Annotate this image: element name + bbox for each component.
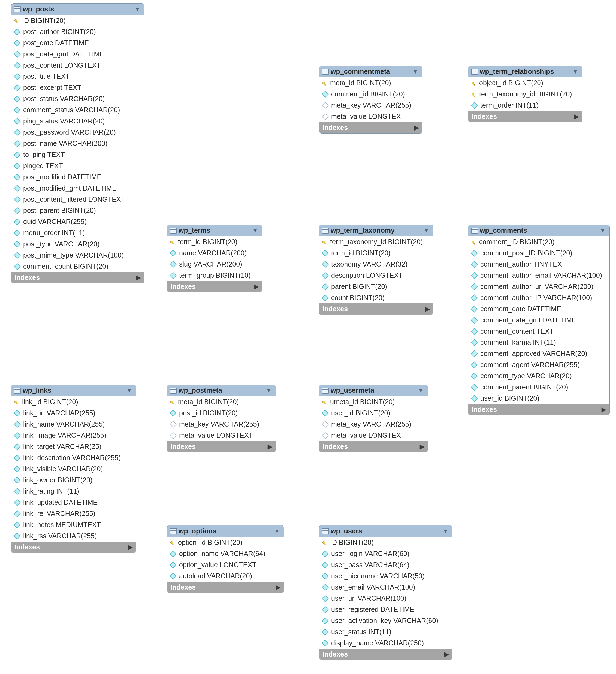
table-header[interactable]: wp_options▼ bbox=[167, 526, 284, 537]
table-column-row: count BIGINT(20) bbox=[319, 292, 433, 303]
db-table-wp_postmeta[interactable]: wp_postmeta▼meta_id BIGINT(20)post_id BI… bbox=[167, 384, 276, 452]
column-label: object_id BIGINT(20) bbox=[479, 79, 543, 87]
expand-icon[interactable]: ▶ bbox=[602, 406, 606, 413]
collapse-icon[interactable]: ▼ bbox=[133, 6, 141, 13]
table-column-row: link_rss VARCHAR(255) bbox=[11, 530, 136, 542]
table-header[interactable]: wp_comments▼ bbox=[468, 225, 609, 236]
table-header[interactable]: wp_links▼ bbox=[11, 385, 136, 396]
column-label: post_content_filtered LONGTEXT bbox=[23, 196, 125, 203]
table-header[interactable]: wp_term_taxonomy▼ bbox=[319, 225, 433, 236]
column-label: option_id BIGINT(20) bbox=[178, 539, 242, 546]
expand-icon[interactable]: ▶ bbox=[276, 584, 281, 591]
indexes-section[interactable]: Indexes▶ bbox=[167, 582, 284, 593]
column-label: autoload VARCHAR(20) bbox=[179, 572, 252, 580]
indexes-section[interactable]: Indexes▶ bbox=[319, 303, 433, 315]
indexes-section[interactable]: Indexes▶ bbox=[167, 281, 262, 292]
db-table-wp_terms[interactable]: wp_terms▼term_id BIGINT(20)name VARCHAR(… bbox=[167, 225, 262, 293]
expand-icon[interactable]: ▶ bbox=[425, 306, 430, 313]
collapse-icon[interactable]: ▼ bbox=[265, 387, 273, 394]
indexes-section[interactable]: Indexes▶ bbox=[11, 272, 144, 283]
db-table-wp_posts[interactable]: wp_posts▼ID BIGINT(20)post_author BIGINT… bbox=[11, 3, 144, 284]
expand-icon[interactable]: ▶ bbox=[136, 274, 141, 281]
table-column-row: link_notes MEDIUMTEXT bbox=[11, 519, 136, 530]
collapse-icon[interactable]: ▼ bbox=[417, 387, 425, 394]
column-label: comment_status VARCHAR(20) bbox=[23, 106, 120, 114]
column-label: term_order INT(11) bbox=[480, 101, 539, 109]
table-column-row: meta_key VARCHAR(255) bbox=[167, 419, 276, 430]
table-header[interactable]: wp_postmeta▼ bbox=[167, 385, 276, 396]
column-label: post_content LONGTEXT bbox=[23, 61, 101, 69]
db-table-wp_term_relationships[interactable]: wp_term_relationships▼object_id BIGINT(2… bbox=[468, 66, 583, 122]
table-column-row: comment_type VARCHAR(20) bbox=[468, 370, 609, 381]
expand-icon[interactable]: ▶ bbox=[128, 544, 133, 551]
table-header[interactable]: wp_usermeta▼ bbox=[319, 385, 428, 396]
column-icon bbox=[14, 129, 20, 136]
table-title: wp_comments bbox=[478, 226, 599, 234]
table-header[interactable]: wp_users▼ bbox=[319, 526, 452, 537]
column-label: post_password VARCHAR(20) bbox=[23, 128, 116, 136]
column-icon bbox=[14, 84, 20, 91]
db-table-wp_options[interactable]: wp_options▼option_id BIGINT(20)option_na… bbox=[167, 525, 284, 593]
table-header[interactable]: wp_terms▼ bbox=[167, 225, 262, 236]
indexes-section[interactable]: Indexes▶ bbox=[11, 542, 136, 553]
column-label: guid VARCHAR(255) bbox=[23, 218, 87, 226]
table-column-row: meta_value LONGTEXT bbox=[319, 430, 428, 441]
table-column-row: link_rating INT(11) bbox=[11, 486, 136, 497]
table-columns: comment_ID BIGINT(20)comment_post_ID BIG… bbox=[468, 236, 609, 404]
table-column-row: user_email VARCHAR(100) bbox=[319, 582, 452, 593]
column-icon bbox=[471, 395, 478, 402]
table-column-row: comment_status VARCHAR(20) bbox=[11, 104, 144, 116]
column-label: meta_key VARCHAR(255) bbox=[331, 101, 411, 109]
collapse-icon[interactable]: ▼ bbox=[441, 528, 449, 535]
db-table-wp_comments[interactable]: wp_comments▼comment_ID BIGINT(20)comment… bbox=[468, 225, 610, 415]
db-table-wp_users[interactable]: wp_users▼ID BIGINT(20)user_login VARCHAR… bbox=[319, 525, 452, 660]
table-column-row: comment_author_email VARCHAR(100) bbox=[468, 270, 609, 281]
table-column-row: umeta_id BIGINT(20) bbox=[319, 396, 428, 408]
expand-icon[interactable]: ▶ bbox=[268, 443, 272, 450]
column-label: pinged TEXT bbox=[23, 162, 63, 170]
column-label: display_name VARCHAR(250) bbox=[331, 639, 424, 647]
db-table-wp_commentmeta[interactable]: wp_commentmeta▼meta_id BIGINT(20)comment… bbox=[319, 66, 422, 133]
indexes-section[interactable]: Indexes▶ bbox=[319, 649, 452, 660]
expand-icon[interactable]: ▶ bbox=[254, 283, 259, 290]
indexes-section[interactable]: Indexes▶ bbox=[468, 404, 609, 415]
collapse-icon[interactable]: ▼ bbox=[571, 68, 580, 75]
db-table-wp_usermeta[interactable]: wp_usermeta▼umeta_id BIGINT(20)user_id B… bbox=[319, 384, 428, 452]
expand-icon[interactable]: ▶ bbox=[574, 113, 579, 120]
indexes-section[interactable]: Indexes▶ bbox=[167, 441, 276, 452]
collapse-icon[interactable]: ▼ bbox=[273, 528, 281, 535]
table-icon bbox=[322, 228, 329, 234]
table-column-row: link_rel VARCHAR(255) bbox=[11, 508, 136, 519]
table-header[interactable]: wp_posts▼ bbox=[11, 4, 144, 15]
table-title: wp_options bbox=[177, 527, 273, 535]
table-column-row: comment_id BIGINT(20) bbox=[319, 89, 422, 100]
table-header[interactable]: wp_commentmeta▼ bbox=[319, 66, 422, 78]
collapse-icon[interactable]: ▼ bbox=[251, 227, 259, 234]
indexes-section[interactable]: Indexes▶ bbox=[319, 122, 422, 133]
indexes-label: Indexes bbox=[322, 305, 348, 313]
column-label: option_value LONGTEXT bbox=[179, 561, 256, 569]
collapse-icon[interactable]: ▼ bbox=[411, 68, 419, 75]
column-label: post_modified DATETIME bbox=[23, 173, 101, 181]
column-icon bbox=[14, 140, 20, 147]
column-icon bbox=[14, 73, 20, 80]
indexes-section[interactable]: Indexes▶ bbox=[468, 111, 582, 122]
column-label: meta_value LONGTEXT bbox=[331, 113, 405, 120]
table-title: wp_term_relationships bbox=[478, 68, 571, 76]
db-table-wp_links[interactable]: wp_links▼link_id BIGINT(20)link_url VARC… bbox=[11, 384, 136, 553]
collapse-icon[interactable]: ▼ bbox=[125, 387, 133, 394]
table-title: wp_users bbox=[329, 527, 441, 535]
db-table-wp_term_taxonomy[interactable]: wp_term_taxonomy▼term_taxonomy_id BIGINT… bbox=[319, 225, 433, 315]
indexes-section[interactable]: Indexes▶ bbox=[319, 441, 428, 452]
table-header[interactable]: wp_term_relationships▼ bbox=[468, 66, 582, 78]
expand-icon[interactable]: ▶ bbox=[444, 651, 449, 658]
column-label: link_rel VARCHAR(255) bbox=[23, 510, 95, 518]
expand-icon[interactable]: ▶ bbox=[420, 443, 424, 450]
column-icon bbox=[14, 443, 20, 450]
collapse-icon[interactable]: ▼ bbox=[599, 227, 607, 234]
table-column-row: autoload VARCHAR(20) bbox=[167, 570, 284, 582]
collapse-icon[interactable]: ▼ bbox=[422, 227, 430, 234]
expand-icon[interactable]: ▶ bbox=[414, 124, 419, 131]
table-column-row: meta_id BIGINT(20) bbox=[167, 396, 276, 408]
column-icon bbox=[471, 372, 478, 379]
